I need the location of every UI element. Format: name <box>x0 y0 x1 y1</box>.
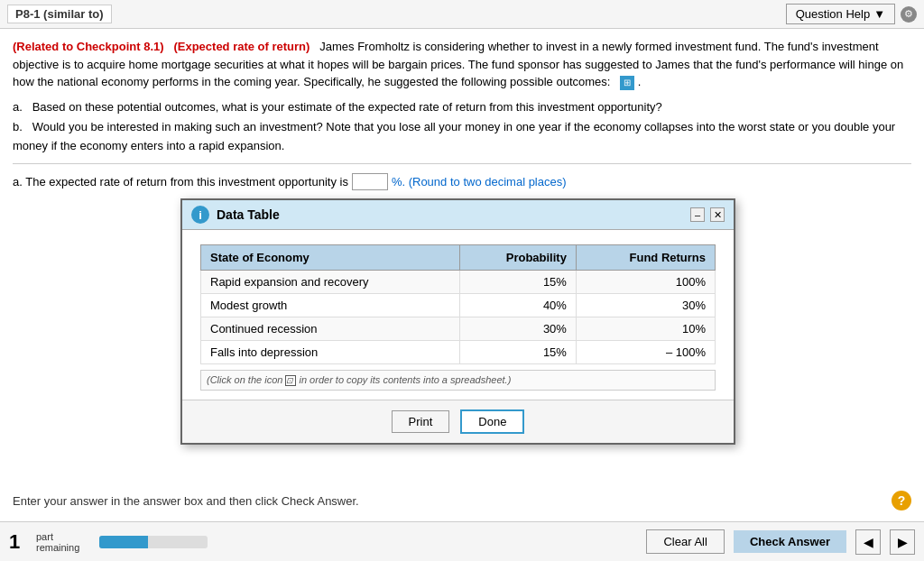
part-a-text: Based on these potential outcomes, what … <box>32 100 662 114</box>
top-bar: P8-1 (similar to) Question Help ▼ ⚙ <box>0 0 924 29</box>
answer-prefix: a. The expected rate of return from this… <box>13 175 348 189</box>
answer-section: a. The expected rate of return from this… <box>13 173 911 190</box>
modal-title-text: Data Table <box>217 207 280 222</box>
modal-title-left: i Data Table <box>191 206 280 224</box>
problem-id: P8-1 (similar to) <box>7 5 112 23</box>
remaining-label: remaining <box>36 542 90 553</box>
answer-input[interactable] <box>352 173 388 190</box>
part-label: part <box>36 531 90 542</box>
dropdown-arrow-icon: ▼ <box>873 7 885 21</box>
part-b-label: b. <box>13 120 23 133</box>
next-button[interactable]: ▶ <box>890 529 915 555</box>
copy-note-text: (Click on the icon <box>207 374 285 385</box>
bottom-hint: Enter your answer in the answer box and … <box>0 485 924 516</box>
col-header-state: State of Economy <box>201 245 460 271</box>
footer-bar: 1 part remaining Clear All Check Answer … <box>0 521 924 561</box>
check-answer-button[interactable]: Check Answer <box>734 530 846 553</box>
gear-icon[interactable]: ⚙ <box>901 6 917 23</box>
question-help-label: Question Help <box>796 7 870 21</box>
question-help-button[interactable]: Question Help ▼ <box>786 4 895 24</box>
answer-suffix: %. (Round to two decimal places) <box>392 175 567 189</box>
table-row: Modest growth 40% 30% <box>201 294 716 317</box>
cell-returns-1: 30% <box>576 294 715 317</box>
info-icon: i <box>191 206 209 224</box>
table-row: Falls into depression 15% – 100% <box>201 341 716 364</box>
cell-returns-0: 100% <box>576 271 715 294</box>
table-row: Rapid expansion and recovery 15% 100% <box>201 271 716 294</box>
top-bar-right: Question Help ▼ ⚙ <box>786 4 917 24</box>
checkpoint-label: (Related to Checkpoint 8.1) <box>13 40 164 53</box>
done-button[interactable]: Done <box>460 409 524 434</box>
part-b-text: Would you be interested in making such a… <box>13 120 895 152</box>
cell-state-2: Continued recession <box>201 317 460 341</box>
problem-title: (Expected rate of return) <box>173 40 310 53</box>
cell-returns-2: 10% <box>576 317 715 341</box>
modal-body: State of Economy Probability Fund Return… <box>182 230 734 400</box>
parts-section: a. Based on these potential outcomes, wh… <box>13 98 911 156</box>
grid-icon[interactable]: ⊞ <box>620 76 634 90</box>
prev-button[interactable]: ◀ <box>855 529 881 555</box>
cell-prob-1: 40% <box>460 294 577 317</box>
part-a-label: a. <box>13 100 23 114</box>
modal-controls: – ✕ <box>690 207 725 222</box>
economy-table: State of Economy Probability Fund Return… <box>200 244 716 364</box>
progress-bar-fill <box>99 536 148 548</box>
modal-footer: Print Done <box>182 400 734 443</box>
print-button[interactable]: Print <box>392 410 450 433</box>
col-header-returns: Fund Returns <box>576 245 715 271</box>
hint-question-icon[interactable]: ? <box>892 491 911 510</box>
part-number: 1 <box>9 530 27 554</box>
copy-note-text2: in order to copy its contents into a spr… <box>300 374 512 385</box>
problem-intro: (Related to Checkpoint 8.1) (Expected ra… <box>13 38 911 91</box>
part-info: part remaining <box>36 531 90 553</box>
clear-all-button[interactable]: Clear All <box>646 529 724 554</box>
col-header-probability: Probability <box>460 245 577 271</box>
cell-state-0: Rapid expansion and recovery <box>201 271 460 294</box>
hint-text: Enter your answer in the answer box and … <box>13 494 359 508</box>
modal-titlebar: i Data Table – ✕ <box>182 200 734 230</box>
data-table-modal: i Data Table – ✕ State of Economy Probab… <box>180 198 735 445</box>
cell-state-1: Modest growth <box>201 294 460 317</box>
part-a: a. Based on these potential outcomes, wh… <box>13 98 911 117</box>
table-row: Continued recession 30% 10% <box>201 317 716 341</box>
modal-minimize-button[interactable]: – <box>690 207 705 222</box>
part-b: b. Would you be interested in making suc… <box>13 118 911 156</box>
copy-note: (Click on the icon ⊡ in order to copy it… <box>200 370 716 391</box>
cell-prob-2: 30% <box>460 317 577 341</box>
divider <box>13 163 911 164</box>
cell-state-3: Falls into depression <box>201 341 460 364</box>
copy-icon[interactable]: ⊡ <box>285 375 296 386</box>
cell-prob-0: 15% <box>460 271 577 294</box>
cell-prob-3: 15% <box>460 341 577 364</box>
cell-returns-3: – 100% <box>576 341 715 364</box>
main-content: (Related to Checkpoint 8.1) (Expected ra… <box>0 29 924 199</box>
progress-bar <box>99 536 208 548</box>
modal-close-button[interactable]: ✕ <box>710 207 725 222</box>
